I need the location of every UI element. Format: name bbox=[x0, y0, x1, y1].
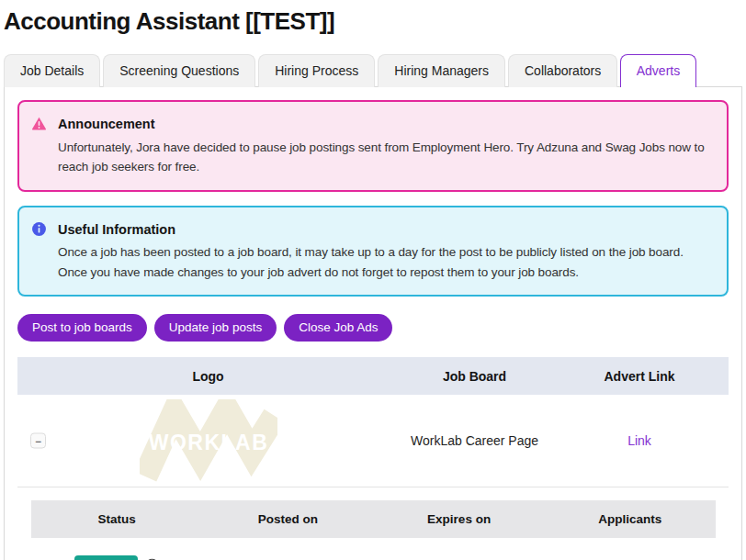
tab-bar: Job Details Screening Questions Hiring P… bbox=[4, 54, 746, 86]
tab-collaborators[interactable]: Collaborators bbox=[508, 54, 617, 87]
tab-job-details[interactable]: Job Details bbox=[4, 54, 100, 87]
job-board-name: WorkLab Career Page bbox=[399, 433, 550, 448]
column-header-applicants: Applicants bbox=[545, 512, 716, 526]
close-job-ads-button[interactable]: Close Job Ads bbox=[284, 314, 392, 342]
announcement-text-line: Unfortunately, Jora have decided to paus… bbox=[58, 138, 716, 157]
job-board-row: − WORKLAB WorkLab Career Page Link bbox=[17, 395, 729, 487]
advert-link[interactable]: Link bbox=[627, 433, 651, 448]
status-cell: POSTED bbox=[31, 555, 202, 560]
tab-hiring-managers[interactable]: Hiring Managers bbox=[378, 54, 505, 87]
page-title: Accounting Assistant [[TEST]] bbox=[4, 7, 746, 36]
status-badge: POSTED bbox=[74, 555, 138, 560]
useful-information-text-line: Once you have made changes to your job a… bbox=[58, 263, 716, 282]
useful-information-title: Useful Information bbox=[58, 219, 716, 241]
advert-details-table-header: Status Posted on Expires on Applicants bbox=[31, 500, 716, 538]
column-header-advert-link: Advert Link bbox=[550, 369, 729, 384]
advert-actions: Post to job boards Update job posts Clos… bbox=[17, 314, 729, 342]
column-header-posted-on: Posted on bbox=[202, 512, 373, 526]
announcement-title: Announcement bbox=[58, 114, 716, 135]
announcement-banner: Announcement Unfortunately, Jora have de… bbox=[17, 100, 729, 192]
post-to-job-boards-button[interactable]: Post to job boards bbox=[17, 314, 147, 342]
info-circle-icon bbox=[31, 221, 47, 237]
advert-details-table: Status Posted on Expires on Applicants P… bbox=[31, 500, 716, 560]
svg-text:WORKLAB: WORKLAB bbox=[148, 431, 268, 454]
collapse-row-button[interactable]: − bbox=[30, 433, 46, 449]
column-header-status: Status bbox=[31, 512, 202, 526]
tab-hiring-process[interactable]: Hiring Process bbox=[258, 54, 375, 87]
worklab-logo: WORKLAB bbox=[140, 399, 277, 482]
warning-triangle-icon bbox=[31, 116, 47, 131]
column-header-job-board: Job Board bbox=[399, 369, 550, 384]
adverts-tab-panel: Announcement Unfortunately, Jora have de… bbox=[4, 86, 742, 560]
row-divider bbox=[17, 487, 729, 487]
job-board-logo-cell: WORKLAB bbox=[17, 399, 399, 482]
useful-information-banner: Useful Information Once a job has been p… bbox=[17, 206, 729, 297]
update-job-posts-button[interactable]: Update job posts bbox=[154, 314, 277, 342]
useful-information-text-line: Once a job has been posted to a job boar… bbox=[58, 242, 716, 262]
column-header-logo: Logo bbox=[17, 369, 399, 384]
advert-detail-row: POSTED 13/08/2024 1 bbox=[31, 538, 716, 560]
column-header-expires-on: Expires on bbox=[374, 512, 545, 526]
tab-adverts[interactable]: Adverts bbox=[620, 54, 695, 87]
tab-screening-questions[interactable]: Screening Questions bbox=[103, 54, 255, 87]
announcement-text-line: reach job seekers for free. bbox=[58, 157, 716, 176]
job-boards-table-header: Logo Job Board Advert Link bbox=[17, 357, 729, 395]
